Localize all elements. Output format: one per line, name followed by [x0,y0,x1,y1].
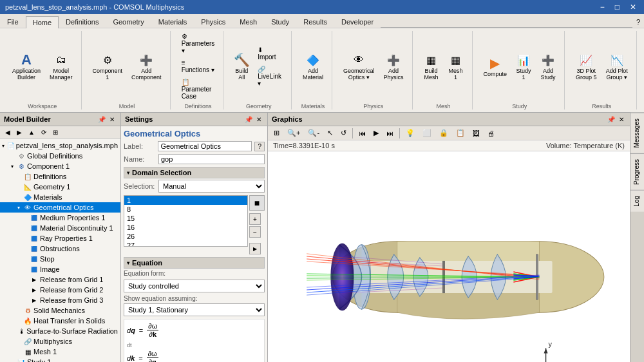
functions-button[interactable]: ≡ Functions ▾ [178,57,218,75]
add-study-button[interactable]: ➕ AddStudy [537,50,559,82]
geometrical-optics-button[interactable]: 👁 GeometricalOptics ▾ [340,50,378,82]
zoom-fit-button[interactable]: ⊞ [270,128,283,138]
scene-light-button[interactable]: 💡 [402,128,418,138]
settings-pin-button[interactable]: 📌 [244,115,253,124]
domain-up-button[interactable]: ▶ [249,243,261,254]
tree-item-rel-grid3[interactable]: ▶ Release from Grid 3 [0,295,120,305]
domain-item-27[interactable]: 27 [124,241,247,247]
domain-item-8[interactable]: 8 [124,205,247,214]
3d-plot-group-button[interactable]: 📈 3D PlotGroup 5 [573,50,600,82]
tree-item-stop[interactable]: 🟦 Stop [0,254,120,264]
mb-back-button[interactable]: ◀ [3,128,13,137]
tree-item-global-def[interactable]: ⚙ Global Definitions [0,151,120,161]
save-image-button[interactable]: 🖼 [469,128,483,138]
tab-results[interactable]: Results [296,15,334,28]
add-component-button[interactable]: ➕ AddComponent [128,50,165,82]
add-material-button[interactable]: 🔷 AddMaterial [299,50,327,82]
tree-item-mesh1[interactable]: ▦ Mesh 1 [0,347,120,357]
select-button[interactable]: ↖ [324,128,336,138]
tree-item-solid-mech[interactable]: ⚙ Solid Mechanics [0,305,120,316]
progress-tab[interactable]: Progress [630,153,644,190]
add-plot-button[interactable]: 📉 Add PlotGroup ▾ [603,50,631,82]
tree-item-image[interactable]: 🟦 Image [0,264,120,274]
wireframe-button[interactable]: ⬜ [419,128,435,138]
model-manager-button[interactable]: 🗂 ModelManager [46,50,76,82]
tab-mesh[interactable]: Mesh [232,15,264,28]
tree-item-mat-disc[interactable]: 🟦 Material Discontinuity 1 [0,223,120,233]
tab-file[interactable]: File [0,15,26,28]
tree-item-surf-rad[interactable]: 🌡 Surface-to-Surface Radiation [0,326,120,336]
import-button[interactable]: ⬇ Import [254,44,286,62]
application-builder-button[interactable]: A ApplicationBuilder [9,50,44,82]
zoom-out-button[interactable]: 🔍- [305,128,323,138]
tree-item-multiphys[interactable]: 🔗 Multiphysics [0,336,120,347]
close-button[interactable]: ✕ [627,3,639,12]
eq-form-dropdown[interactable]: Study controlled [124,280,265,292]
domain-item-1[interactable]: 1 [124,196,247,205]
lock-button[interactable]: 🔒 [436,128,451,138]
tree-item-root[interactable]: ▾ 📄 petzval_lens_stop_analysis.mph [0,140,120,151]
selection-dropdown[interactable]: Manual [158,180,265,193]
log-tab[interactable]: Log [630,190,644,212]
domain-item-15[interactable]: 15 [124,214,247,223]
tree-item-geopt[interactable]: ▾ 👁 Geometrical Optics [0,202,120,213]
graphics-pin-button[interactable]: 📌 [607,115,616,124]
tab-home[interactable]: Home [26,16,59,28]
mb-pin-button[interactable]: 📌 [97,115,106,124]
tree-item-obstr[interactable]: 🟦 Obstructions [0,243,120,254]
domain-add-button[interactable]: + [249,213,261,225]
domain-item-16[interactable]: 16 [124,223,247,232]
tab-physics[interactable]: Physics [194,15,232,28]
label-help-button[interactable]: ? [254,142,265,151]
livelink-button[interactable]: 🔗 LiveLink ▾ [254,64,286,89]
tab-materials[interactable]: Materials [151,15,194,28]
name-field-input[interactable] [158,154,265,164]
tab-developer[interactable]: Developer [334,15,381,28]
equation-section-header[interactable]: ▾ Equation [124,257,265,269]
next-frame-button[interactable]: ⏭ [383,128,397,138]
tree-item-rel-grid2[interactable]: ▶ Release from Grid 2 [0,285,120,295]
maximize-button[interactable]: □ [612,3,622,12]
mb-split-button[interactable]: ⊞ [50,128,61,137]
parameters-button[interactable]: ⚙ Parameters ▾ [178,31,218,56]
domain-item-26[interactable]: 26 [124,232,247,241]
settings-close-button[interactable]: ✕ [254,115,263,124]
domain-list[interactable]: 1 8 15 16 26 27 [124,195,248,247]
copy-image-button[interactable]: 📋 [453,128,468,138]
rotate-button[interactable]: ↺ [337,128,350,138]
tree-item-study1[interactable]: 📊 Study 1 [0,357,120,362]
help-button[interactable]: ? [632,16,644,28]
tree-item-mat[interactable]: 🔷 Materials [0,192,120,202]
minimize-button[interactable]: − [598,3,607,12]
tab-study[interactable]: Study [264,15,296,28]
tab-geometry[interactable]: Geometry [106,15,151,28]
label-field-input[interactable] [158,141,252,151]
mesh1-button[interactable]: ▦ Mesh1 [445,50,467,82]
eq-assuming-dropdown[interactable]: Study 1, Stationary [124,303,265,316]
graphics-view[interactable]: y z x [268,151,630,362]
study1-button[interactable]: 📊 Study1 [513,50,535,82]
messages-tab[interactable]: Messages [630,113,644,153]
prev-frame-button[interactable]: ⏮ [355,128,369,138]
build-all-button[interactable]: 🔨 BuildAll [231,50,252,82]
mb-refresh-button[interactable]: ⟳ [39,128,49,137]
tree-item-ray-prop[interactable]: 🟦 Ray Properties 1 [0,233,120,243]
print-button[interactable]: 🖨 [484,128,498,138]
compute-button[interactable]: ▶ Compute [480,53,511,79]
build-mesh-button[interactable]: ▦ BuildMesh [421,50,442,82]
domain-selection-header[interactable]: ▾ Domain Selection [124,167,265,178]
mb-up-button[interactable]: ▲ [26,128,37,137]
graphics-close-button[interactable]: ✕ [617,115,626,124]
tree-item-heat-trans[interactable]: 🔥 Heat Transfer in Solids [0,316,120,326]
add-physics-button[interactable]: ➕ AddPhysics [381,50,407,82]
tree-item-def[interactable]: 📋 Definitions [0,171,120,182]
tree-item-comp1[interactable]: ▾ ⚙ Component 1 [0,161,120,171]
mb-close-button[interactable]: ✕ [108,115,117,124]
tree-item-med-prop[interactable]: 🟦 Medium Properties 1 [0,213,120,223]
domain-remove-button[interactable]: − [249,226,261,238]
tab-definitions[interactable]: Definitions [59,15,106,28]
tree-item-geom1[interactable]: 📐 Geometry 1 [0,182,120,192]
component-button[interactable]: ⚙ Component1 [90,50,126,82]
tree-item-rel-grid1[interactable]: ▶ Release from Grid 1 [0,274,120,285]
play-button[interactable]: ▶ [370,128,382,138]
